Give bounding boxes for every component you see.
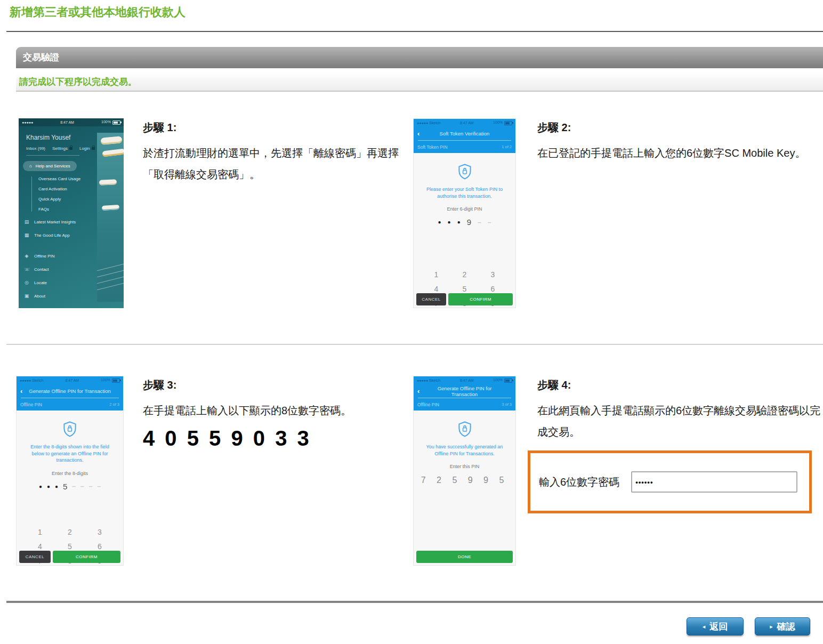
pin-dash: – [89, 482, 93, 490]
page-indicator: 3 of 3 [502, 402, 512, 407]
offline-pin-icon: ◈ [24, 253, 29, 259]
back-chevron-icon: ‹ [417, 130, 424, 138]
phone-pin-generated-screenshot: ●●●●● Sketch 8:47 AM 100% ‹ Generate Off… [413, 376, 516, 566]
step-title: 步驟 4: [537, 378, 822, 392]
done-button: DONE [416, 551, 513, 563]
carrier-text: ●●●●● Sketch [417, 379, 441, 382]
pin-dot: ● [457, 219, 461, 225]
pin-dot: ● [438, 219, 441, 225]
menu-item-label: Offline PIN [34, 254, 55, 259]
phone-header: ●●●●● Sketch 8:47 AM 100% ‹ Generate Off… [414, 376, 515, 410]
phone-body: You have successfully generated an Offli… [414, 410, 515, 565]
pin-digit: 5 [63, 482, 67, 491]
time-text: 8:47 AM [460, 379, 474, 382]
generated-pin-value: 7 2 5 9 9 5 [421, 476, 509, 485]
section-header-transaction-verification: 交易驗證 [16, 47, 823, 68]
offline-code-digits: 4 0 5 5 9 0 3 3 [143, 426, 407, 450]
menu-item-label: Latest Market Insights [34, 220, 76, 224]
marina-photo [97, 133, 124, 302]
confirm-button-label: 確認 [777, 621, 795, 633]
battery-status: 100% [101, 120, 120, 124]
page-back-button[interactable]: ◂ 返回 [687, 617, 744, 635]
battery-icon [112, 379, 120, 383]
step-text: 在此網頁輸入手提電話顯示的6位數字離線交易驗證密碼以完成交易。 [537, 400, 822, 442]
sub-bar: Offline PIN 3 of 3 [414, 398, 515, 410]
keypad-key: 3 [85, 525, 115, 540]
footer-divider [6, 601, 823, 603]
status-bar: ●●●●● 8:47 AM 100% [19, 118, 124, 126]
lock-icon [69, 147, 72, 150]
keypad-key: 1 [25, 525, 55, 540]
menu-item-label: Help and Services [36, 164, 70, 168]
menu-item-label: The Good Life App [34, 233, 70, 238]
page-title: 新增第三者或其他本地銀行收款人 [10, 4, 185, 20]
time-text: 8:47 AM [65, 379, 79, 382]
screen-title-bar: ‹ Generate Offline PIN for Transaction [414, 384, 515, 398]
carrier-text: ●●●●● Sketch [20, 379, 44, 382]
phone-body: Please enter your Soft Token PIN to auth… [414, 153, 515, 308]
lock-icon [92, 147, 95, 150]
pin-dot: ● [47, 484, 50, 489]
pin-entry-box: 輸入6位數字密碼 [528, 450, 812, 513]
locate-icon: ◎ [24, 280, 29, 285]
pin-dash: – [80, 482, 84, 490]
menu-item-label: Contact [34, 267, 49, 272]
carrier-text: ●●●●● [22, 120, 33, 124]
pin-dash: – [478, 219, 481, 226]
boat-shape [99, 179, 117, 186]
battery-icon [112, 120, 120, 125]
menu-item-help-and-services: ⌂ Help and Services [23, 161, 77, 171]
screen-title-bar: ‹ Generate Offline PIN for Transaction [17, 384, 123, 398]
keypad-key: 2 [55, 525, 85, 540]
pin-dot: ● [39, 484, 42, 489]
battery-status: 100% [493, 120, 512, 125]
pin-input[interactable] [631, 471, 797, 493]
battery-icon [504, 379, 512, 383]
step-3: 步驟 3: 在手提電話上輸入以下顯示的8位數字密碼。 4 0 5 5 9 0 3… [143, 378, 407, 450]
pin-dash: – [488, 219, 491, 226]
pin-label: Enter the 8-digits [52, 471, 88, 476]
triangle-left-icon: ◂ [703, 623, 706, 630]
cancel-button: CANCEL [19, 551, 51, 563]
wave-line [97, 276, 124, 285]
shield-lock-icon [456, 420, 474, 438]
battery-icon [504, 121, 512, 125]
phone-footer: CANCEL CONFIRM [416, 293, 513, 305]
carrier-text: ●●●●● Sketch [417, 121, 441, 125]
home-icon: ⌂ [29, 164, 32, 168]
phone-generate-pin-screenshot: ●●●●● Sketch 8:47 AM 100% ‹ Generate Off… [16, 376, 124, 566]
pin-display: ● ● ● 5 – – – – [39, 482, 101, 491]
contact-icon: ☏ [24, 267, 29, 272]
battery-status: 100% [493, 378, 512, 382]
phone-header: ●●●●● Sketch 8:47 AM 100% ‹ Soft Token V… [414, 119, 515, 153]
step-1: 步驟 1: 於渣打流動理財的選單中，先選擇「離線密碼」再選擇「取得離線交易密碼」… [143, 120, 401, 185]
phone-soft-token-screenshot: ●●●●● Sketch 8:47 AM 100% ‹ Soft Token V… [413, 118, 516, 308]
page-confirm-button[interactable]: ▸ 確認 [755, 617, 810, 635]
page-instruction: 請完成以下程序以完成交易。 [16, 73, 823, 92]
step-text: 在已登記的手提電話上輸入您的6位數字SC Mobile Key。 [537, 142, 806, 164]
status-bar: ●●●●● Sketch 8:47 AM 100% [414, 119, 515, 127]
shield-lock-icon [456, 163, 474, 181]
insights-icon: ▤ [24, 219, 29, 224]
pin-display: ● ● ● 9 – – [438, 218, 491, 227]
status-bar: ●●●●● Sketch 8:47 AM 100% [17, 376, 123, 384]
step-2: 步驟 2: 在已登記的手提電話上輸入您的6位數字SC Mobile Key。 [537, 120, 806, 164]
phone-header: ●●●●● Sketch 8:47 AM 100% ‹ Generate Off… [17, 376, 123, 410]
wave-line [97, 283, 124, 291]
back-chevron-icon: ‹ [20, 387, 27, 395]
page: 新增第三者或其他本地銀行收款人 交易驗證 請完成以下程序以完成交易。 ●●●●●… [0, 0, 823, 644]
pin-dash: – [97, 482, 101, 490]
wave-line [97, 270, 124, 278]
about-icon: ▣ [24, 293, 29, 299]
menu-divider [26, 155, 79, 156]
keypad-key: 2 [450, 268, 479, 282]
screen-title: Soft Token Verification [424, 131, 505, 136]
screen-title: Generate Offline PIN for Transaction [27, 388, 113, 394]
keypad-key: 3 [479, 268, 507, 282]
tab-label: Offline PIN [417, 402, 439, 407]
status-bar: ●●●●● Sketch 8:47 AM 100% [414, 376, 515, 384]
tab-label: Soft Token PIN [417, 144, 448, 150]
step-text: 於渣打流動理財的選單中，先選擇「離線密碼」再選擇「取得離線交易密碼」。 [143, 142, 401, 185]
step-text: 在手提電話上輸入以下顯示的8位數字密碼。 [143, 400, 407, 421]
step-title: 步驟 1: [143, 120, 401, 135]
